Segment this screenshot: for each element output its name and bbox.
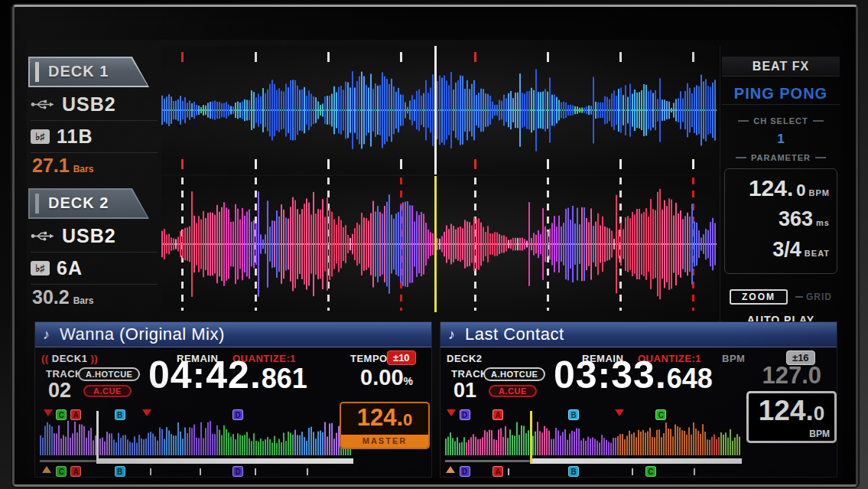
deck1-time-ms: 861 (262, 363, 307, 394)
deck1-bars-unit: Bars (73, 164, 94, 174)
fx-ms-row: 363 ms (779, 207, 830, 231)
usb-icon (31, 230, 55, 242)
current-position-line (530, 411, 532, 463)
hotcue-a-badge: A (493, 409, 503, 420)
deck1-tab[interactable]: DECK 1 (28, 57, 149, 87)
beat-tick (619, 52, 622, 62)
cue-point-icon (42, 466, 51, 473)
ch-select-row: CH SELECT (720, 116, 841, 126)
beat-tick (255, 159, 257, 169)
dash-decoration (795, 296, 803, 298)
grid-label-row: GRID (795, 292, 832, 302)
fx-ms-unit: ms (816, 218, 830, 227)
beat-tick (327, 52, 330, 62)
deck1-bars-remaining: 27.1 Bars (32, 155, 93, 177)
zoom-grid-row: ZOOM GRID (720, 289, 841, 305)
progress-remaining (530, 458, 742, 464)
cue-marker-icon (44, 409, 53, 416)
deck2-auto-cue-badge: A.CUE (489, 385, 537, 397)
progress-remaining (96, 458, 353, 464)
deck1-waveform[interactable] (161, 46, 717, 174)
deck1-title-bar: ♪ Wanna (Original Mix) (35, 322, 431, 347)
deck1-deck-label: DECK1 (52, 353, 88, 364)
deck1-master-tag: MASTER (341, 435, 428, 448)
hotcue-d-badge: D (460, 409, 470, 420)
deck2-source-label: USB2 (62, 225, 116, 247)
deck2-title-bar: ♪ Last Contact (441, 322, 837, 347)
hotcue-a-badge: A (70, 409, 81, 420)
hotcue-d-badge: D (232, 466, 243, 477)
phrase-tick (150, 468, 151, 475)
playhead-line (434, 46, 437, 174)
deck2-bpm-box: 124.0 BPM (746, 391, 837, 443)
deck1-source-label: USB2 (62, 93, 116, 116)
deck2-track-panel: ♪ Last Contact DECK2 REMAIN QUANTIZE:1 B… (440, 321, 837, 478)
deck1-bpm-decimal: 0 (403, 410, 412, 429)
hotcue-d-badge: D (460, 466, 470, 477)
deck2-time-remaining: 03:33.648 (554, 353, 713, 397)
deck2-tab[interactable]: DECK 2 (28, 188, 149, 219)
onair-paren: (( (41, 353, 49, 364)
beat-tick (547, 52, 549, 62)
beat-tick (474, 52, 476, 62)
dash-decoration (815, 157, 826, 158)
beat-tick (255, 52, 257, 62)
hotcue-b-badge: B (568, 466, 579, 477)
zoom-button[interactable]: ZOOM (730, 289, 788, 305)
hotcue-b-badge: B (568, 409, 579, 420)
fx-bpm-value: 124. (749, 175, 793, 201)
deck1-track-panel: ♪ Wanna (Original Mix) (( DECK1 )) REMAI… (34, 321, 432, 478)
key-icon: ♭♯ (31, 129, 50, 144)
deck2-cursor (35, 194, 39, 214)
beat-tick (181, 52, 184, 62)
deck2-bpm-unit: BPM (809, 429, 830, 439)
deck1-auto-hotcue-badge: A.HOTCUE (78, 367, 140, 381)
beat-tick (400, 159, 402, 169)
fx-beat-row: 3/4 BEAT (772, 238, 830, 262)
deck2-auto-hotcue-badge: A.HOTCUE (483, 367, 545, 381)
hotcue-c-badge: C (645, 466, 656, 477)
dash-decoration (738, 120, 749, 122)
music-note-icon: ♪ (43, 327, 50, 343)
deck1-bpm-master-box: 124.0 MASTER (340, 402, 430, 449)
deck1-waveform-body (161, 65, 717, 155)
phrase-tick (694, 468, 695, 475)
fx-beat-value: 3/4 (772, 238, 801, 262)
deck2-key-row: ♭♯ 6A (31, 253, 158, 285)
beat-tick (547, 159, 549, 169)
music-note-icon: ♪ (448, 327, 455, 343)
deck1-bars-value: 27.1 (32, 155, 70, 177)
deck2-bars-unit: Bars (73, 295, 94, 306)
deck1-tempo-label: TEMPO (350, 353, 388, 364)
display-bezel: DECK 1 USB2 ♭♯ 11B 27.1 (12, 5, 858, 487)
deck1-track-body: (( DECK1 )) REMAIN QUANTIZE:1 TEMPO ±10 … (35, 348, 431, 477)
deck2-tab-label: DECK 2 (48, 194, 109, 212)
deck1-overview-waveform[interactable]: CABDCABD (40, 409, 353, 489)
deck1-track-title: Wanna (Original Mix) (60, 324, 225, 344)
beat-tick (692, 159, 694, 169)
fx-beat-unit: BEAT (805, 249, 830, 258)
deck1-onair-label: (( DECK1 )) (41, 353, 98, 364)
hotcue-b-badge: B (115, 466, 125, 477)
beat-tick (181, 159, 184, 169)
phrase-tick (307, 468, 308, 475)
fx-parameter-box: 124.0 BPM 363 ms 3/4 BEAT (724, 168, 837, 274)
current-position-line (96, 411, 99, 463)
deck2-bpm-value: 124.0 (749, 393, 834, 431)
deck1-tempo-range-badge: ±10 (387, 350, 416, 365)
deck2-track-title: Last Contact (465, 324, 564, 344)
parameter-row: PARAMETER (720, 153, 841, 162)
parameter-label: PARAMETER (751, 153, 811, 162)
key-icon: ♭♯ (31, 261, 50, 275)
deck2-waveform[interactable] (161, 176, 717, 312)
hotcue-d-badge: D (232, 409, 243, 420)
phrase-tick (255, 468, 256, 475)
track-progress-bar (40, 458, 353, 464)
deck2-time-ms: 648 (667, 363, 713, 394)
beat-fx-panel: BEAT FX PING PONG CH SELECT 1 PARAMETER … (720, 46, 841, 331)
hotcue-b-badge: B (115, 409, 125, 420)
deck2-overview-waveform[interactable]: DABCDABC (445, 409, 742, 489)
phrase-tick (508, 468, 509, 475)
cue-markers-bottom: CABD (40, 466, 353, 478)
deck1-tab-label: DECK 1 (48, 63, 109, 80)
